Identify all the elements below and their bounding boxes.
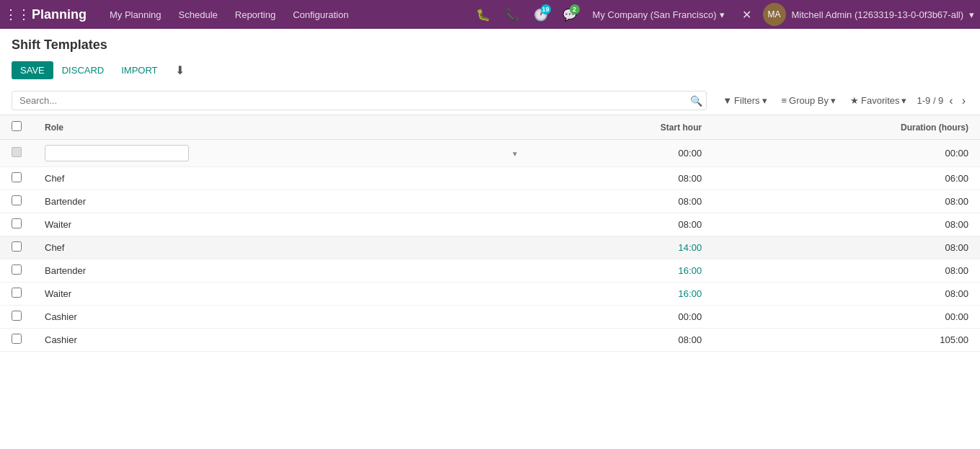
- role-cell: Waiter: [33, 283, 524, 306]
- nav-my-planning[interactable]: My Planning: [101, 0, 170, 29]
- row-checkbox-cell: [0, 306, 33, 329]
- start-hour-cell: 00:00: [524, 306, 713, 329]
- page-header: Shift Templates SAVE DISCARD IMPORT ⬇: [0, 29, 980, 81]
- prev-page-button[interactable]: ‹: [946, 93, 955, 109]
- chat-icon[interactable]: 💬 2: [558, 3, 581, 26]
- filters-label: Filters: [734, 95, 759, 106]
- duration-cell: 08:00: [713, 236, 980, 259]
- role-select[interactable]: Chef Bartender Waiter Cashier: [45, 145, 189, 161]
- pagination-text: 1-9 / 9: [917, 95, 943, 106]
- clock-icon[interactable]: 🕐 19: [529, 3, 552, 26]
- bug-icon[interactable]: 🐛: [472, 3, 495, 26]
- company-selector[interactable]: My Company (San Francisco) ▾: [587, 9, 730, 20]
- next-page-button[interactable]: ›: [959, 93, 968, 109]
- start-hour-cell: 08:00: [524, 329, 713, 352]
- role-column-header: Role: [33, 115, 524, 140]
- download-button[interactable]: ⬇: [167, 60, 193, 81]
- duration-cell: 08:00: [713, 259, 980, 283]
- toolbar: SAVE DISCARD IMPORT ⬇: [12, 60, 968, 81]
- row-checkbox[interactable]: [12, 334, 22, 344]
- row-checkbox[interactable]: [12, 195, 22, 205]
- row-checkbox-cell: [0, 236, 33, 259]
- select-dropdown-arrow: ▼: [511, 149, 518, 157]
- import-button[interactable]: IMPORT: [112, 61, 166, 79]
- search-filter-row: 🔍 ▼ Filters ▾ ≡ Group By ▾ ★ Favorites ▾…: [0, 86, 980, 115]
- table-row: Waiter 08:00 08:00: [0, 213, 980, 236]
- role-cell: Cashier: [33, 306, 524, 329]
- nav-configuration[interactable]: Configuration: [284, 0, 357, 29]
- start-hour-cell: 08:00: [524, 167, 713, 190]
- pagination-controls: 1-9 / 9 ‹ ›: [917, 93, 968, 109]
- row-checkbox[interactable]: [12, 241, 22, 252]
- table-row: Bartender 08:00 08:00: [0, 190, 980, 213]
- favorites-button[interactable]: ★ Favorites ▾: [846, 92, 911, 109]
- row-checkbox[interactable]: [12, 264, 22, 275]
- row-checkbox-cell: [0, 167, 33, 190]
- top-navigation: ⋮⋮ Planning My Planning Schedule Reporti…: [0, 0, 980, 29]
- role-cell-new[interactable]: Chef Bartender Waiter Cashier ▼: [33, 140, 524, 167]
- save-button[interactable]: SAVE: [12, 61, 53, 79]
- duration-cell: 08:00: [713, 283, 980, 306]
- company-name: My Company (San Francisco): [593, 9, 717, 20]
- filters-button[interactable]: ▼ Filters ▾: [718, 92, 771, 109]
- user-name[interactable]: Mitchell Admin (1263319-13-0-0f3b67-all): [792, 9, 963, 20]
- discard-button[interactable]: DISCARD: [53, 61, 113, 79]
- select-all-checkbox[interactable]: [12, 121, 22, 131]
- start-hour-column-header: Start hour: [524, 115, 713, 140]
- role-cell: Chef: [33, 167, 524, 190]
- group-by-dropdown-icon: ▾: [831, 95, 836, 106]
- group-by-icon: ≡: [782, 95, 787, 106]
- row-checkbox[interactable]: [12, 172, 22, 182]
- app-title: Planning: [32, 7, 87, 22]
- search-input[interactable]: [12, 91, 707, 110]
- table-row: Cashier 00:00 00:00: [0, 306, 980, 329]
- start-hour-cell: 14:00: [524, 236, 713, 259]
- page-content: Shift Templates SAVE DISCARD IMPORT ⬇ 🔍 …: [0, 29, 980, 449]
- search-icon[interactable]: 🔍: [690, 95, 702, 107]
- nav-reporting[interactable]: Reporting: [226, 0, 284, 29]
- nav-links: My Planning Schedule Reporting Configura…: [101, 0, 472, 29]
- clock-badge: 19: [541, 4, 551, 14]
- star-icon: ★: [850, 95, 859, 106]
- start-hour-cell: 08:00: [524, 213, 713, 236]
- row-checkbox-cell: [0, 283, 33, 306]
- row-checkbox-cell: [0, 190, 33, 213]
- duration-cell: 06:00: [713, 167, 980, 190]
- role-cell: Cashier: [33, 329, 524, 352]
- row-checkbox-cell: [0, 213, 33, 236]
- row-checkbox[interactable]: [12, 311, 22, 321]
- filter-funnel-icon: ▼: [723, 95, 732, 106]
- app-menu-icon[interactable]: ⋮⋮: [6, 3, 29, 26]
- table-row: Bartender 16:00 08:00: [0, 259, 980, 283]
- phone-icon[interactable]: 📞: [500, 3, 524, 26]
- user-dropdown-icon[interactable]: ▾: [969, 9, 974, 20]
- role-cell: Chef: [33, 236, 524, 259]
- duration-cell: 105:00: [713, 329, 980, 352]
- row-checkbox-cell: [0, 259, 33, 283]
- row-checkbox[interactable]: [12, 288, 22, 298]
- favorites-label: Favorites: [861, 95, 899, 106]
- group-by-button[interactable]: ≡ Group By ▾: [777, 92, 841, 109]
- table-header-row: Role Start hour Duration (hours): [0, 115, 980, 140]
- table-row: Waiter 16:00 08:00: [0, 283, 980, 306]
- role-cell: Bartender: [33, 190, 524, 213]
- table-row: Chef Bartender Waiter Cashier ▼ 00:00 00…: [0, 140, 980, 167]
- nav-schedule[interactable]: Schedule: [170, 0, 226, 29]
- company-dropdown-icon: ▾: [720, 9, 725, 20]
- role-cell: Waiter: [33, 213, 524, 236]
- duration-cell: 00:00: [713, 306, 980, 329]
- start-hour-cell: 16:00: [524, 259, 713, 283]
- start-hour-cell: 16:00: [524, 283, 713, 306]
- chat-badge: 2: [570, 4, 580, 14]
- avatar[interactable]: MA: [763, 3, 786, 26]
- row-checkbox-cell: [0, 140, 33, 167]
- table-row: Chef 08:00 06:00: [0, 167, 980, 190]
- table-row: Chef 14:00 08:00: [0, 236, 980, 259]
- duration-cell-new[interactable]: 00:00: [713, 140, 980, 167]
- start-hour-cell-new[interactable]: 00:00: [524, 140, 713, 167]
- new-row-indicator: [12, 147, 22, 157]
- table-row: Cashier 08:00 105:00: [0, 329, 980, 352]
- close-button[interactable]: ✕: [736, 8, 757, 22]
- duration-cell: 08:00: [713, 213, 980, 236]
- row-checkbox[interactable]: [12, 218, 22, 228]
